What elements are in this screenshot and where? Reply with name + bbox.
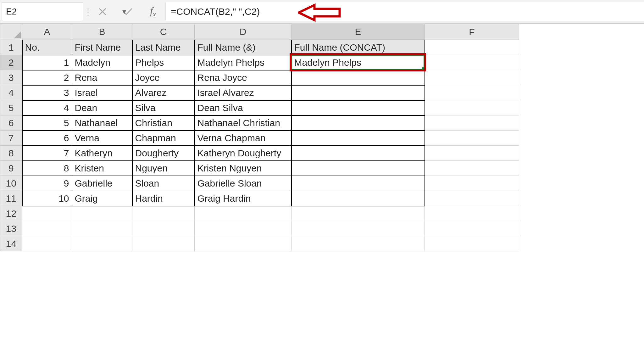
cell-E8[interactable] — [291, 146, 425, 161]
row-header-8[interactable]: 8 — [0, 146, 22, 161]
row-header-4[interactable]: 4 — [0, 85, 22, 100]
column-header-E[interactable]: E — [291, 24, 425, 40]
cell-E12[interactable] — [291, 206, 425, 221]
cell-E2[interactable]: Madelyn Phelps — [291, 55, 425, 70]
cell-A14[interactable] — [22, 236, 72, 251]
row-header-7[interactable]: 7 — [0, 131, 22, 146]
cell-B6[interactable]: Nathanael — [72, 115, 132, 131]
cell-E10[interactable] — [291, 176, 425, 191]
cell-F6[interactable] — [425, 115, 519, 131]
cell-A9[interactable]: 8 — [22, 161, 72, 176]
cell-D10[interactable]: Gabrielle Sloan — [195, 176, 291, 191]
name-box-input[interactable] — [2, 3, 122, 21]
cell-C11[interactable]: Hardin — [132, 191, 195, 206]
cell-A8[interactable]: 7 — [22, 146, 72, 161]
cell-B1[interactable]: First Name — [72, 40, 132, 55]
row-header-10[interactable]: 10 — [0, 176, 22, 191]
cell-B8[interactable]: Katheryn — [72, 146, 132, 161]
cell-C9[interactable]: Nguyen — [132, 161, 195, 176]
row-header-13[interactable]: 13 — [0, 221, 22, 236]
row-header-14[interactable]: 14 — [0, 236, 22, 251]
column-header-F[interactable]: F — [425, 24, 519, 40]
cell-B3[interactable]: Rena — [72, 70, 132, 85]
cell-C14[interactable] — [132, 236, 195, 251]
column-header-A[interactable]: A — [22, 24, 72, 40]
cell-C13[interactable] — [132, 221, 195, 236]
cell-C12[interactable] — [132, 206, 195, 221]
cell-A11[interactable]: 10 — [22, 191, 72, 206]
cell-C5[interactable]: Silva — [132, 100, 195, 115]
cell-B12[interactable] — [72, 206, 132, 221]
row-header-2[interactable]: 2 — [0, 55, 22, 70]
insert-function-button[interactable]: fx — [140, 1, 165, 22]
cell-F10[interactable] — [425, 176, 519, 191]
cell-E11[interactable] — [291, 191, 425, 206]
cell-D5[interactable]: Dean Silva — [195, 100, 291, 115]
row-header-5[interactable]: 5 — [0, 100, 22, 115]
cell-F11[interactable] — [425, 191, 519, 206]
cell-E1[interactable]: Full Name (CONCAT) — [291, 40, 425, 55]
cell-A2[interactable]: 1 — [22, 55, 72, 70]
cell-C7[interactable]: Chapman — [132, 131, 195, 146]
cell-D3[interactable]: Rena Joyce — [195, 70, 291, 85]
cell-A6[interactable]: 5 — [22, 115, 72, 131]
cell-C8[interactable]: Dougherty — [132, 146, 195, 161]
cell-A4[interactable]: 3 — [22, 85, 72, 100]
cell-A7[interactable]: 6 — [22, 131, 72, 146]
cell-B7[interactable]: Verna — [72, 131, 132, 146]
cell-A13[interactable] — [22, 221, 72, 236]
cell-B13[interactable] — [72, 221, 132, 236]
cell-F4[interactable] — [425, 85, 519, 100]
cell-D6[interactable]: Nathanael Christian — [195, 115, 291, 131]
cell-A10[interactable]: 9 — [22, 176, 72, 191]
cell-C4[interactable]: Alvarez — [132, 85, 195, 100]
row-header-9[interactable]: 9 — [0, 161, 22, 176]
row-header-6[interactable]: 6 — [0, 115, 22, 131]
cell-D1[interactable]: Full Name (&) — [195, 40, 291, 55]
row-header-11[interactable]: 11 — [0, 191, 22, 206]
cell-D11[interactable]: Graig Hardin — [195, 191, 291, 206]
cell-C1[interactable]: Last Name — [132, 40, 195, 55]
cell-B4[interactable]: Israel — [72, 85, 132, 100]
row-header-1[interactable]: 1 — [0, 40, 22, 55]
cell-B14[interactable] — [72, 236, 132, 251]
cell-E14[interactable] — [291, 236, 425, 251]
cell-D12[interactable] — [195, 206, 291, 221]
cell-E3[interactable] — [291, 70, 425, 85]
spreadsheet-grid[interactable]: ABCDEF 1No.First NameLast NameFull Name … — [0, 24, 644, 251]
column-header-B[interactable]: B — [72, 24, 132, 40]
cell-D14[interactable] — [195, 236, 291, 251]
cell-F7[interactable] — [425, 131, 519, 146]
cell-D13[interactable] — [195, 221, 291, 236]
row-header-3[interactable]: 3 — [0, 70, 22, 85]
select-all-corner[interactable] — [0, 24, 22, 40]
cell-F5[interactable] — [425, 100, 519, 115]
formula-input[interactable]: =CONCAT(B2," ",C2) — [165, 2, 644, 21]
column-header-C[interactable]: C — [132, 24, 195, 40]
cell-D7[interactable]: Verna Chapman — [195, 131, 291, 146]
cell-B10[interactable]: Gabrielle — [72, 176, 132, 191]
cell-D4[interactable]: Israel Alvarez — [195, 85, 291, 100]
cell-C2[interactable]: Phelps — [132, 55, 195, 70]
name-box[interactable]: ▾ — [2, 2, 83, 21]
cell-E4[interactable] — [291, 85, 425, 100]
cell-F14[interactable] — [425, 236, 519, 251]
cell-A1[interactable]: No. — [22, 40, 72, 55]
cell-F8[interactable] — [425, 146, 519, 161]
cell-F2[interactable] — [425, 55, 519, 70]
cell-A12[interactable] — [22, 206, 72, 221]
cell-C6[interactable]: Christian — [132, 115, 195, 131]
cell-F13[interactable] — [425, 221, 519, 236]
row-header-12[interactable]: 12 — [0, 206, 22, 221]
cell-E9[interactable] — [291, 161, 425, 176]
name-box-dropdown-icon[interactable]: ▾ — [122, 7, 126, 16]
cell-A3[interactable]: 2 — [22, 70, 72, 85]
cell-B11[interactable]: Graig — [72, 191, 132, 206]
cell-A5[interactable]: 4 — [22, 100, 72, 115]
cell-F12[interactable] — [425, 206, 519, 221]
cell-F1[interactable] — [425, 40, 519, 55]
cell-B9[interactable]: Kristen — [72, 161, 132, 176]
cell-F9[interactable] — [425, 161, 519, 176]
cell-C3[interactable]: Joyce — [132, 70, 195, 85]
cell-C10[interactable]: Sloan — [132, 176, 195, 191]
